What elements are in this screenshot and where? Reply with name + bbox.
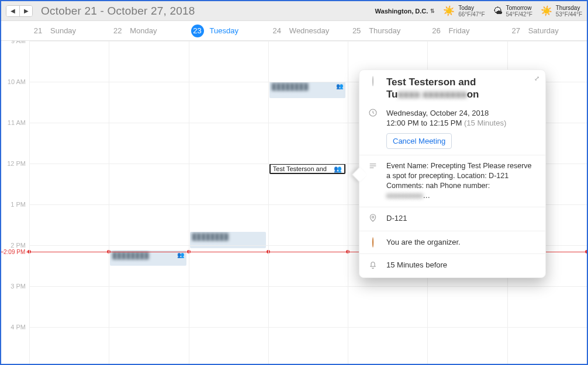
- bell-icon: [368, 260, 378, 272]
- popover-description: Event Name: Precepting Test Please reser…: [386, 161, 535, 201]
- day-header-cell[interactable]: 26Friday: [427, 21, 507, 40]
- popover-time: 12:00 PM to 12:15 PM (15 Minutes): [386, 118, 535, 128]
- next-week-button[interactable]: ▶: [19, 6, 32, 16]
- time-label: 12 PM: [7, 160, 26, 167]
- weather-label: Thursday: [556, 5, 580, 11]
- clock-icon: [368, 108, 378, 150]
- time-label: 4 PM: [11, 324, 26, 331]
- cancel-meeting-button[interactable]: Cancel Meeting: [386, 133, 452, 150]
- day-header-cell[interactable]: 25Thursday: [348, 21, 427, 40]
- weather-tomorrow[interactable]: 🌤 Tomorrow54°F/42°F: [493, 5, 532, 18]
- week-nav-arrows: ◀ ▶: [6, 5, 33, 17]
- time-label: 3 PM: [11, 283, 26, 290]
- prev-week-button[interactable]: ◀: [6, 6, 19, 16]
- attendees-icon: 👥: [334, 165, 342, 173]
- partly-cloudy-icon: 🌤: [493, 6, 503, 16]
- caret-updown-icon: ⇅: [430, 8, 435, 14]
- time-label: 9 AM: [11, 41, 26, 44]
- day-header-cell[interactable]: 22Monday: [109, 21, 188, 40]
- weather-temps: 66°F/47°F: [458, 11, 485, 18]
- time-label: 10 AM: [8, 78, 26, 85]
- location-pin-icon: [368, 213, 378, 225]
- day-header-row: 21Sunday22Monday23Tuesday24Wednesday25Th…: [1, 21, 587, 41]
- popover-reminder: 15 Minutes before: [386, 260, 535, 272]
- weather-temps: 53°F/44°F: [556, 11, 582, 18]
- organizer-avatar: [368, 237, 378, 248]
- current-time-label: 2:09 PM: [4, 248, 26, 255]
- calendar-color-icon: [372, 76, 373, 86]
- popover-organizer: You are the organizer.: [386, 237, 535, 248]
- day-header-cell[interactable]: 24Wednesday: [268, 21, 348, 40]
- date-range-title: October 21 - October 27, 2018: [41, 5, 195, 18]
- popover-date: Wednesday, October 24, 2018: [386, 108, 535, 119]
- sun-icon: ☀️: [443, 5, 455, 16]
- popover-event-title: Test Testerson and Tuxxxx xxxxxxxxon: [386, 76, 535, 101]
- sun-icon: ☀️: [541, 5, 552, 16]
- day-header-cell[interactable]: 23Tuesday: [189, 21, 268, 40]
- day-header-cell[interactable]: 21Sunday: [29, 21, 109, 40]
- location-label: Washington, D.C.: [375, 8, 428, 15]
- weather-today[interactable]: ☀️ Today66°F/47°F: [443, 5, 485, 18]
- weather-bar: Washington, D.C. ⇅ ☀️ Today66°F/47°F 🌤 T…: [375, 1, 582, 20]
- event-title: Test Testerson and: [273, 165, 334, 172]
- weather-label: Today: [458, 5, 474, 11]
- calendar-event-selected[interactable]: Test Testerson and 👥: [269, 164, 345, 174]
- time-label: 11 AM: [8, 119, 26, 126]
- time-gutter: 9 AM10 AM11 AM12 PM1 PM2 PM3 PM4 PM: [1, 41, 29, 364]
- weather-thursday[interactable]: ☀️ Thursday53°F/44°F: [541, 5, 582, 18]
- calendar-event[interactable]: ████████👥: [110, 251, 186, 266]
- weather-temps: 54°F/42°F: [506, 11, 532, 18]
- svg-point-1: [372, 216, 373, 218]
- weather-label: Tomorrow: [506, 5, 532, 11]
- event-popover: ⤢ Test Testerson and Tuxxxx xxxxxxxxon W…: [359, 69, 546, 278]
- day-header-cell[interactable]: 27Saturday: [507, 21, 587, 40]
- description-icon: [368, 161, 378, 201]
- popover-location: D-121: [386, 213, 535, 225]
- expand-icon[interactable]: ⤢: [534, 75, 539, 82]
- calendar-event[interactable]: ████████👥: [269, 82, 345, 98]
- time-label: 1 PM: [11, 201, 26, 208]
- calendar-toolbar: ◀ ▶ October 21 - October 27, 2018 Washin…: [1, 1, 587, 21]
- weather-location-picker[interactable]: Washington, D.C. ⇅: [375, 8, 435, 15]
